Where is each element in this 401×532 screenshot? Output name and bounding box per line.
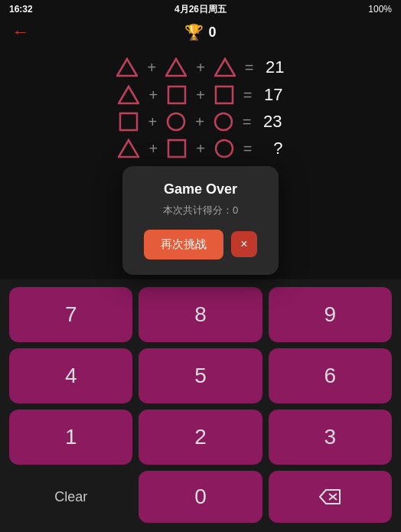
num-btn-1[interactable]: 1 (9, 410, 132, 465)
game-over-modal: Game Over 本次共计得分：0 再次挑战 × (122, 166, 279, 275)
svg-point-7 (168, 113, 184, 130)
equation-row-1: + + = 21 (31, 57, 370, 78)
numpad-grid: 7 8 9 4 5 6 1 2 3 (9, 287, 392, 465)
svg-marker-2 (215, 59, 235, 76)
num-btn-5[interactable]: 5 (139, 348, 262, 403)
num-btn-3[interactable]: 3 (269, 410, 392, 465)
num-btn-4[interactable]: 4 (9, 348, 132, 403)
eq-result-3: 23 (261, 112, 282, 132)
numpad-bottom-row: Clear 0 (9, 471, 392, 523)
shape-square (167, 85, 187, 105)
status-date: 4月26日周五 (174, 3, 227, 16)
equation-row-3: + + = 23 (31, 112, 370, 132)
retry-button[interactable]: 再次挑战 (144, 230, 223, 259)
num-btn-6[interactable]: 6 (269, 348, 392, 403)
svg-point-11 (216, 140, 233, 157)
svg-rect-10 (168, 140, 185, 157)
eq-result-1: 21 (263, 57, 285, 77)
numpad-area: 7 8 9 4 5 6 1 2 3 Clear 0 (0, 279, 401, 532)
eq-result-4: ? (262, 139, 283, 158)
shape-triangle (116, 57, 138, 78)
trophy-icon: 🏆 (184, 23, 204, 41)
num-btn-0[interactable]: 0 (139, 471, 262, 523)
equation-row-2: + + = 17 (31, 84, 370, 106)
num-btn-8[interactable]: 8 (139, 287, 262, 342)
shape-square (119, 112, 139, 132)
modal-title: Game Over (144, 181, 257, 197)
svg-rect-5 (216, 86, 233, 103)
svg-marker-9 (119, 140, 139, 157)
shape-triangle (118, 84, 139, 106)
shape-circle (214, 112, 233, 132)
modal-score: 本次共计得分：0 (144, 204, 257, 217)
shape-triangle (165, 57, 187, 78)
modal-actions: 再次挑战 × (144, 230, 257, 259)
score-value: 0 (208, 24, 216, 41)
clear-button[interactable]: Clear (9, 471, 132, 523)
num-btn-7[interactable]: 7 (9, 287, 132, 342)
status-time: 16:32 (9, 4, 33, 15)
svg-rect-4 (168, 86, 185, 103)
battery-indicator: 100% (368, 4, 392, 15)
delete-button[interactable] (269, 471, 392, 523)
equations-area: + + = 21 + + = 17 + + (0, 46, 401, 167)
svg-marker-12 (320, 490, 340, 504)
svg-marker-0 (117, 59, 137, 76)
eq-result-2: 17 (262, 85, 283, 105)
shape-triangle (214, 57, 236, 78)
back-button[interactable]: ← (12, 22, 29, 42)
shape-circle (214, 139, 234, 158)
score-display: 🏆 0 (184, 23, 216, 41)
equation-row-4: + + = ? (31, 138, 370, 159)
backspace-icon (318, 488, 341, 505)
svg-rect-6 (120, 113, 137, 130)
modal-close-button[interactable]: × (231, 231, 257, 257)
header: ← 🏆 0 (0, 18, 401, 46)
num-btn-9[interactable]: 9 (269, 287, 392, 342)
num-btn-2[interactable]: 2 (139, 410, 262, 465)
svg-marker-1 (166, 59, 186, 76)
shape-circle (166, 112, 186, 132)
status-bar: 16:32 4月26日周五 100% (0, 0, 401, 18)
shape-triangle (118, 138, 139, 159)
shape-square (167, 139, 187, 158)
svg-point-8 (215, 113, 232, 130)
shape-square (214, 85, 234, 105)
svg-marker-3 (119, 86, 139, 103)
